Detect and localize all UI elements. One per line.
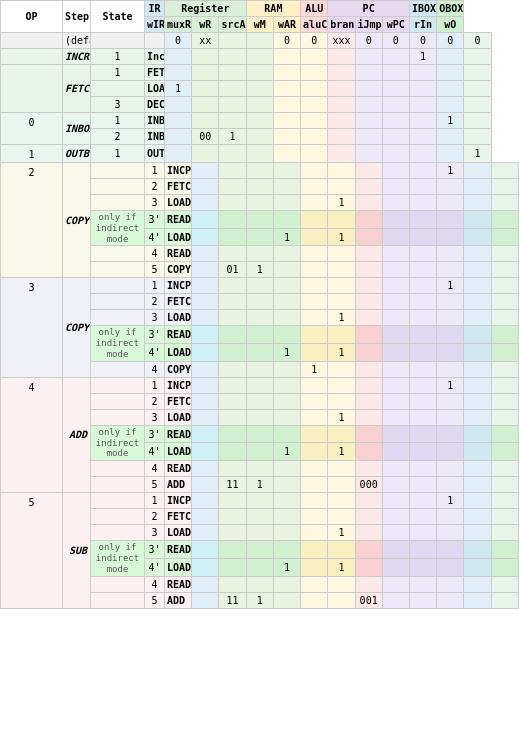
aluctl bbox=[328, 65, 355, 81]
aluctl bbox=[355, 377, 382, 393]
wo bbox=[491, 541, 518, 559]
war: 1 bbox=[328, 558, 355, 576]
aluctl bbox=[355, 163, 382, 179]
wir bbox=[192, 310, 219, 326]
indirect-label: only ifindirectmode bbox=[91, 425, 145, 460]
aluctl bbox=[355, 409, 382, 425]
wm bbox=[301, 592, 328, 608]
wr bbox=[246, 278, 273, 294]
wir bbox=[192, 393, 219, 409]
wo bbox=[491, 211, 518, 229]
step: 4 bbox=[145, 361, 165, 377]
wpc bbox=[437, 262, 464, 278]
wm bbox=[301, 443, 328, 461]
war bbox=[328, 461, 355, 477]
state: COPYFROM bbox=[165, 262, 192, 278]
muxr bbox=[219, 558, 246, 576]
srca bbox=[273, 592, 300, 608]
wo bbox=[491, 576, 518, 592]
subhdr-wpc: wPC bbox=[382, 17, 409, 33]
aluctl: 000 bbox=[355, 477, 382, 493]
wpc bbox=[437, 443, 464, 461]
wir bbox=[192, 509, 219, 525]
ijmp bbox=[409, 195, 436, 211]
wm bbox=[301, 461, 328, 477]
rin: 1 bbox=[437, 113, 464, 129]
table-row: 1OUTBOX1OUTBOX1 bbox=[1, 145, 519, 163]
group-header-alu: ALU bbox=[301, 1, 328, 17]
wir bbox=[165, 65, 192, 81]
wr bbox=[246, 163, 273, 179]
muxr: 11 bbox=[219, 477, 246, 493]
subhdr-rin: rIn bbox=[409, 17, 436, 33]
aluctl bbox=[328, 81, 355, 97]
aluctl bbox=[328, 129, 355, 145]
war bbox=[328, 493, 355, 509]
step: 5 bbox=[145, 262, 165, 278]
war bbox=[328, 294, 355, 310]
op-num: 2 bbox=[1, 163, 63, 278]
wir bbox=[165, 145, 192, 163]
wo bbox=[491, 262, 518, 278]
aluctl bbox=[355, 262, 382, 278]
wo bbox=[491, 195, 518, 211]
op-num: 1 bbox=[1, 145, 63, 163]
rin bbox=[464, 393, 491, 409]
rin bbox=[464, 477, 491, 493]
indirect-placeholder bbox=[91, 592, 145, 608]
aluctl bbox=[355, 211, 382, 229]
war bbox=[328, 477, 355, 493]
indirect-placeholder bbox=[91, 461, 145, 477]
wr bbox=[219, 145, 246, 163]
wm bbox=[273, 81, 300, 97]
state: FETCH_O bbox=[165, 294, 192, 310]
ijmp bbox=[382, 97, 409, 113]
indirect-label: only ifindirectmode bbox=[91, 326, 145, 361]
step: 3' bbox=[145, 326, 165, 344]
branch bbox=[382, 361, 409, 377]
wo bbox=[491, 477, 518, 493]
wir: 1 bbox=[165, 81, 192, 97]
wr bbox=[246, 310, 273, 326]
wr bbox=[246, 576, 273, 592]
war bbox=[328, 211, 355, 229]
group-header-ibox: IBOX bbox=[409, 1, 436, 17]
wpc bbox=[409, 65, 436, 81]
rin bbox=[437, 49, 464, 65]
wir bbox=[192, 211, 219, 229]
aluctl bbox=[328, 113, 355, 129]
wm bbox=[301, 477, 328, 493]
wm bbox=[301, 493, 328, 509]
rin bbox=[464, 361, 491, 377]
wir bbox=[192, 262, 219, 278]
wpc bbox=[437, 576, 464, 592]
srca bbox=[246, 49, 273, 65]
wpc bbox=[437, 393, 464, 409]
wpc: 1 bbox=[409, 49, 436, 65]
aluctl bbox=[355, 361, 382, 377]
wir bbox=[192, 558, 219, 576]
muxr bbox=[219, 228, 246, 246]
wo bbox=[464, 113, 491, 129]
muxr bbox=[219, 525, 246, 541]
indirect-placeholder bbox=[91, 246, 145, 262]
rin bbox=[437, 81, 464, 97]
ijmp bbox=[409, 409, 436, 425]
op-name: ADD bbox=[63, 377, 91, 492]
group-header-ram: RAM bbox=[246, 1, 300, 17]
ijmp bbox=[409, 294, 436, 310]
state: INCPC2 bbox=[165, 493, 192, 509]
wr bbox=[246, 326, 273, 344]
state: READMEM2 bbox=[165, 425, 192, 443]
branch bbox=[382, 163, 409, 179]
war: 1 bbox=[328, 228, 355, 246]
ijmp bbox=[409, 477, 436, 493]
wr bbox=[219, 81, 246, 97]
ijmp bbox=[382, 145, 409, 163]
wo bbox=[464, 65, 491, 81]
wpc bbox=[409, 129, 436, 145]
war bbox=[301, 49, 328, 65]
srca bbox=[273, 246, 300, 262]
srca bbox=[246, 65, 273, 81]
wr bbox=[246, 541, 273, 559]
